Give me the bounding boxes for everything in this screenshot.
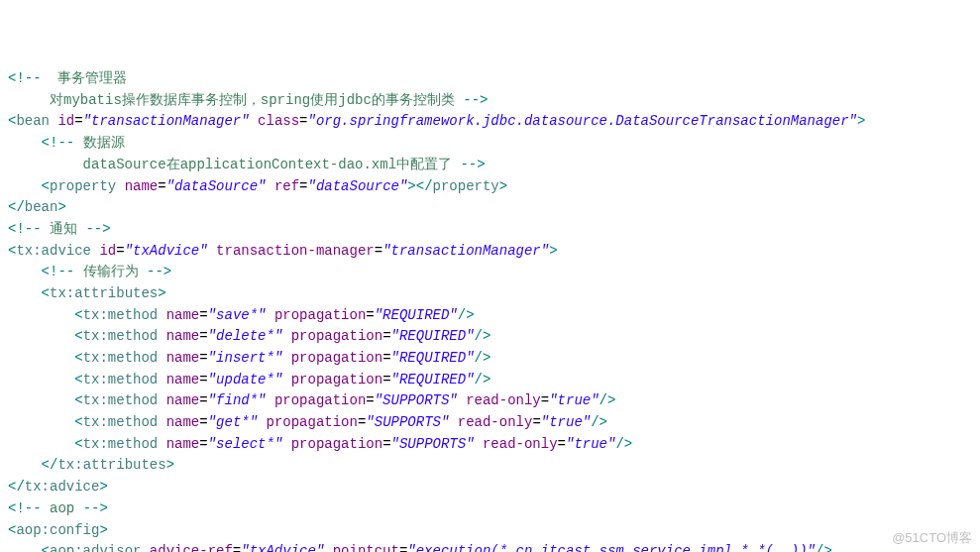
code-token: "update*" <box>208 372 283 387</box>
code-token <box>8 285 42 301</box>
code-line: </tx:attributes> <box>8 455 972 477</box>
code-token <box>282 350 290 366</box>
code-token: pointcut <box>333 543 399 552</box>
code-token: tx:advice <box>16 243 91 259</box>
code-token: read-only <box>483 436 558 452</box>
code-token: = <box>532 414 540 430</box>
code-line: <bean id="transactionManager" class="org… <box>8 111 972 133</box>
code-token <box>266 392 273 408</box>
code-token: > <box>99 479 107 495</box>
code-token <box>475 436 483 452</box>
code-line: <property name="dataSource" ref="dataSou… <box>8 176 972 198</box>
code-token: "get*" <box>208 414 258 430</box>
code-token: class <box>258 113 299 129</box>
code-token: tx:attributes <box>50 285 158 301</box>
code-token: > <box>857 113 865 129</box>
code-token: tx:method <box>83 328 159 344</box>
code-token: = <box>366 307 374 323</box>
code-token: < <box>74 328 82 344</box>
code-token: --> <box>147 264 171 279</box>
code-line: <tx:method name="select*" propagation="S… <box>8 434 972 456</box>
code-token: = <box>199 350 207 366</box>
code-token: = <box>558 436 566 452</box>
code-token: = <box>158 178 165 194</box>
code-token: propagation <box>291 436 382 452</box>
code-token: = <box>299 178 307 194</box>
code-line: dataSource在applicationContext-dao.xml中配置… <box>8 155 972 176</box>
code-token: propagation <box>291 372 382 387</box>
code-token: propagation <box>291 350 382 366</box>
code-line: <!-- 数据源 <box>8 133 972 155</box>
code-token: <!-- <box>42 264 75 279</box>
code-token: read-only <box>458 414 533 430</box>
code-token: = <box>382 372 390 387</box>
code-token <box>250 113 258 129</box>
code-token: "true" <box>549 392 599 408</box>
code-token: > <box>158 285 165 301</box>
code-token: = <box>74 113 82 129</box>
code-token: id <box>57 113 74 129</box>
code-token: id <box>99 243 116 259</box>
code-token <box>266 307 273 323</box>
code-token: < <box>74 392 82 408</box>
code-line: <!-- 传输行为 --> <box>8 262 972 283</box>
code-token: "transactionManager" <box>382 243 549 259</box>
code-line: </bean> <box>8 197 972 219</box>
code-token: aop <box>42 500 83 516</box>
code-token <box>8 350 74 366</box>
code-block: <!-- 事务管理器 对mybatis操作数据库事务控制，spring使用jdb… <box>8 68 972 552</box>
code-token <box>158 328 165 344</box>
code-token: name <box>166 372 200 387</box>
code-token: tx:attributes <box>57 457 165 473</box>
code-line: <tx:advice id="txAdvice" transaction-man… <box>8 241 972 263</box>
code-token: "REQUIRED" <box>391 328 475 344</box>
code-token: > <box>499 178 507 194</box>
watermark: @51CTO博客 <box>892 528 972 548</box>
code-token: "txAdvice" <box>241 543 324 552</box>
code-token: name <box>166 436 200 452</box>
code-token: </ <box>42 457 58 473</box>
code-token: "select*" <box>208 436 283 452</box>
code-token <box>8 307 74 323</box>
code-token: = <box>382 350 390 366</box>
code-token: --> <box>85 221 110 237</box>
code-token: "REQUIRED" <box>375 307 458 323</box>
code-token: 数据源 <box>74 135 124 151</box>
code-token <box>8 543 42 552</box>
code-token: = <box>116 243 124 259</box>
code-token: read-only <box>466 392 541 408</box>
code-token <box>8 414 74 430</box>
code-line: <tx:method name="update*" propagation="R… <box>8 370 972 391</box>
code-token: dataSource在applicationContext-dao.xml中配置… <box>8 157 460 172</box>
code-token: "SUPPORTS" <box>375 392 458 408</box>
code-token <box>8 178 42 194</box>
code-token <box>158 436 165 452</box>
code-line: <tx:attributes> <box>8 283 972 305</box>
code-token: </ <box>8 479 25 495</box>
code-token: = <box>233 543 241 552</box>
code-token: tx:method <box>83 350 159 366</box>
code-token: name <box>166 350 200 366</box>
code-token: < <box>42 178 50 194</box>
code-token: name <box>125 178 159 194</box>
code-token <box>324 543 332 552</box>
code-token: /> <box>591 414 607 430</box>
code-token: bean <box>25 199 58 215</box>
code-token: "execution(* cn.itcast.ssm.service.impl.… <box>407 543 816 552</box>
code-token: = <box>299 113 307 129</box>
code-token: 事务管理器 <box>42 70 128 86</box>
code-token: aop:config <box>16 522 99 538</box>
code-token: property <box>50 178 116 194</box>
code-token <box>208 243 216 259</box>
code-token: <!-- <box>42 135 75 151</box>
code-token: transaction-manager <box>216 243 375 259</box>
code-token: "txAdvice" <box>125 243 208 259</box>
code-token: = <box>199 392 207 408</box>
code-token: propagation <box>274 307 366 323</box>
code-token: "true" <box>541 414 591 430</box>
code-token: /> <box>599 392 616 408</box>
code-token <box>158 372 165 387</box>
code-token: "dataSource" <box>166 178 267 194</box>
code-token: </ <box>8 199 25 215</box>
code-token: 传输行为 <box>74 264 147 279</box>
